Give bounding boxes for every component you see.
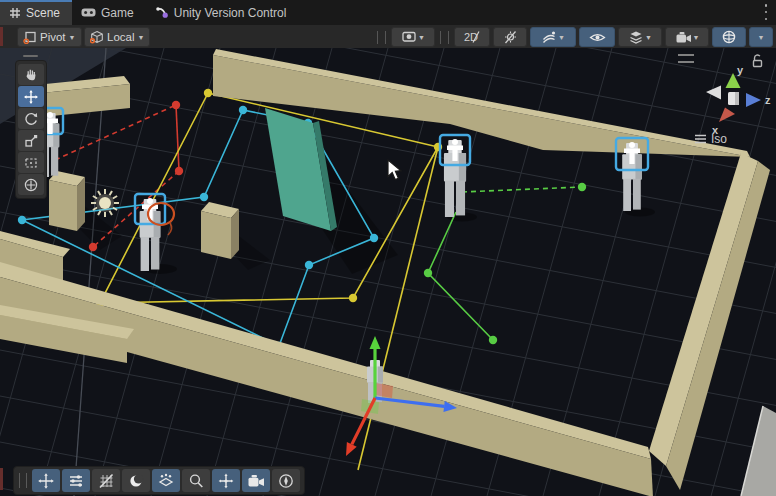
- pillar-b-front[interactable]: [201, 211, 231, 259]
- kebab-menu-icon[interactable]: [764, 4, 768, 20]
- tab-label: Scene: [26, 6, 60, 20]
- bottom-overlay-toolbar: [13, 466, 305, 495]
- tool-settings-button[interactable]: [62, 469, 90, 492]
- tools-overlay: [15, 60, 47, 199]
- waypoint-dot: [424, 269, 432, 277]
- render-mode-button[interactable]: [122, 469, 150, 492]
- gizmos-globe-icon: [721, 29, 737, 45]
- projection-toggle[interactable]: Iso: [694, 132, 727, 146]
- axis-label-z: z: [765, 94, 771, 106]
- rect-icon: [23, 155, 39, 171]
- scale-icon: [23, 133, 39, 149]
- scale-tool-button[interactable]: [18, 130, 44, 151]
- snap-increment-button[interactable]: [152, 469, 180, 492]
- gizmo-x-axis-cone[interactable]: [719, 108, 735, 123]
- layers-dropdown-button[interactable]: ▼: [618, 27, 662, 47]
- local-dropdown[interactable]: Local ▼: [84, 27, 150, 47]
- waypoint-dot: [305, 261, 313, 269]
- waypoint-dot: [89, 243, 97, 251]
- waypoint-dot: [172, 101, 180, 109]
- tab-unity-version-control[interactable]: Unity Version Control: [146, 0, 299, 25]
- transform-tool-button[interactable]: [18, 174, 44, 195]
- waypoint-dot: [175, 167, 183, 175]
- rotate-tool-button[interactable]: [18, 108, 44, 129]
- tools-overlay-handle[interactable]: [23, 55, 38, 57]
- snap-diamond-icon: [157, 472, 175, 490]
- chevron-down-icon: ▼: [693, 34, 700, 41]
- eye-icon: [589, 31, 606, 44]
- gizmo-handles-button[interactable]: [212, 469, 240, 492]
- chevron-down-icon: ▼: [418, 34, 425, 41]
- move-toggle-button[interactable]: [32, 469, 60, 492]
- layers-icon: [628, 30, 644, 45]
- waypoint-dot: [370, 234, 378, 242]
- pillar-a-side[interactable]: [77, 177, 85, 231]
- chevron-down-icon: ▼: [558, 34, 565, 41]
- move-icon: [37, 472, 55, 490]
- chevron-down-icon: ▼: [138, 34, 145, 41]
- grid-snap-button[interactable]: [92, 469, 120, 492]
- camera-icon: [247, 474, 265, 488]
- sliders-icon: [67, 472, 85, 490]
- camera-overlay-button[interactable]: [242, 469, 270, 492]
- move-icon: [23, 89, 39, 105]
- waypoint-dot: [239, 106, 247, 114]
- unity-editor-window: Scene Game Unity Version Control: [0, 0, 776, 496]
- camera-icon: [675, 31, 692, 44]
- orientation-gizmo[interactable]: y z x: [692, 62, 776, 140]
- rotate-icon: [23, 111, 39, 127]
- waypoint-dot: [349, 294, 357, 302]
- tab-bar: Scene Game Unity Version Control: [0, 0, 776, 25]
- projection-label: Iso: [711, 132, 727, 146]
- tab-game[interactable]: Game: [72, 0, 146, 25]
- chevron-down-icon: ▼: [758, 34, 765, 41]
- pivot-label: Pivot: [40, 31, 66, 43]
- hamburger-icon: [694, 134, 707, 144]
- overlay-drag-handle[interactable]: [377, 31, 386, 44]
- 2d-toggle-button[interactable]: 2D: [454, 27, 490, 47]
- hand-tool-button[interactable]: [18, 64, 44, 85]
- scene-3d-view[interactable]: [0, 48, 776, 496]
- lighting-toggle-button[interactable]: [493, 27, 527, 47]
- local-cube-icon: [90, 30, 104, 44]
- waypoint-dot: [204, 89, 212, 97]
- gizmo-z-axis-cone[interactable]: [746, 93, 761, 107]
- search-icon: [187, 472, 205, 490]
- collapsed-overlay-strip[interactable]: [0, 27, 3, 46]
- pivot-icon: [23, 30, 37, 44]
- collapsed-overlay-strip[interactable]: [0, 468, 3, 490]
- moon-icon: [127, 472, 145, 490]
- camera-settings-dropdown[interactable]: ▼: [665, 27, 709, 47]
- waypoint-dot: [200, 193, 208, 201]
- pivot-dropdown[interactable]: Pivot ▼: [17, 27, 82, 47]
- chevron-down-icon: ▼: [69, 34, 76, 41]
- scene-viewport[interactable]: y z x Iso: [0, 48, 776, 496]
- axis-label-y: y: [737, 64, 744, 76]
- view-options-group: ▼ 2D ▼: [375, 27, 773, 47]
- navigation-compass-button[interactable]: [272, 469, 300, 492]
- compass-icon: [277, 472, 295, 490]
- waypoint-dot: [578, 183, 586, 191]
- overlay-drag-handle[interactable]: [19, 473, 27, 488]
- chevron-down-icon: ▼: [645, 34, 652, 41]
- search-button[interactable]: [182, 469, 210, 492]
- version-control-icon: [155, 6, 169, 19]
- move-tool-button[interactable]: [18, 86, 44, 107]
- gizmos-toggle-button[interactable]: [712, 27, 746, 47]
- gamepad-icon: [81, 7, 96, 18]
- tab-scene[interactable]: Scene: [0, 0, 72, 25]
- hand-icon: [23, 67, 39, 83]
- grid-icon: [9, 7, 21, 19]
- overlay-drag-handle[interactable]: [440, 31, 449, 44]
- draw-mode-dropdown[interactable]: ▼: [391, 27, 435, 47]
- tab-label: Game: [101, 6, 134, 20]
- grid-slash-icon: [97, 472, 115, 490]
- cross-arrows-icon: [217, 472, 235, 490]
- pillar-a-front[interactable]: [49, 180, 77, 231]
- scene-visibility-button[interactable]: [579, 27, 615, 47]
- rect-tool-button[interactable]: [18, 152, 44, 173]
- gizmos-dropdown[interactable]: ▼: [749, 27, 773, 47]
- tab-label: Unity Version Control: [174, 6, 287, 20]
- gizmo-neg-axis-cone[interactable]: [706, 86, 721, 100]
- effects-dropdown-button[interactable]: ▼: [530, 27, 576, 47]
